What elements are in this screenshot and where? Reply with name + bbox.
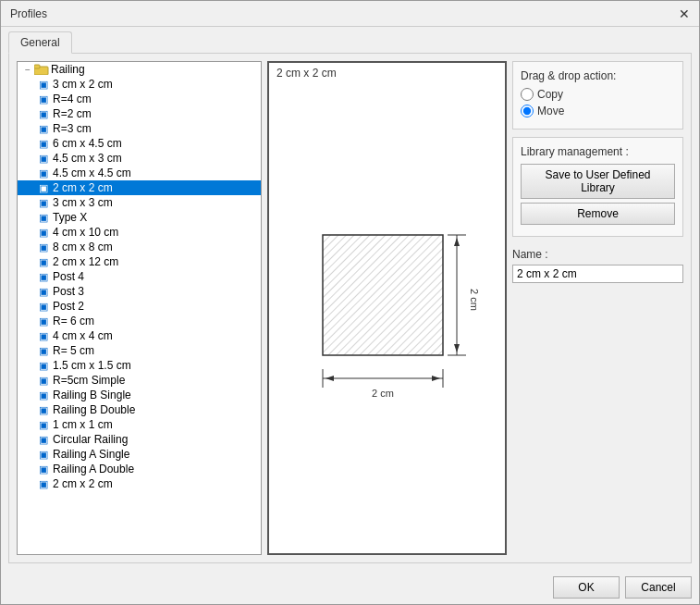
cancel-button[interactable]: Cancel <box>625 576 692 599</box>
list-item[interactable]: ▣ Railing B Double <box>18 402 261 417</box>
list-item[interactable]: ▣ 4.5 cm x 3 cm <box>18 151 261 166</box>
profile-icon: ▣ <box>36 93 51 105</box>
close-button[interactable]: ✕ <box>679 7 690 20</box>
tree-item-label: 8 cm x 8 cm <box>53 241 113 253</box>
list-item[interactable]: ▣ Post 2 <box>18 299 261 314</box>
tree-item-label: R=3 cm <box>53 122 92 135</box>
profile-icon: ▣ <box>36 107 51 120</box>
list-item[interactable]: ▣ Post 3 <box>18 284 261 299</box>
list-item[interactable]: ▣ 3 cm x 3 cm <box>18 195 261 210</box>
list-item[interactable]: ▣ 8 cm x 8 cm <box>18 240 261 254</box>
right-panel: Drag & drop action: Copy Move Library ma… <box>512 61 683 555</box>
svg-text:2 cm: 2 cm <box>469 289 480 311</box>
profile-icon: ▣ <box>36 374 51 387</box>
preview-panel: 2 cm x 2 cm <box>267 61 507 555</box>
tree-root-railing[interactable]: − Railing <box>18 62 261 77</box>
bottom-bar: OK Cancel <box>1 571 699 604</box>
copy-radio-row[interactable]: Copy <box>521 88 675 101</box>
list-item[interactable]: ▣ 4 cm x 10 cm <box>18 225 261 240</box>
profile-icon: ▣ <box>36 344 51 357</box>
profile-icon: ▣ <box>36 329 51 342</box>
profile-icon: ▣ <box>36 418 51 431</box>
profile-icon: ▣ <box>36 181 51 194</box>
profile-icon: ▣ <box>36 300 51 313</box>
move-label: Move <box>537 105 564 117</box>
list-item[interactable]: ▣ 1 cm x 1 cm <box>18 417 261 432</box>
list-item[interactable]: ▣ Railing A Double <box>18 462 261 476</box>
profile-icon: ▣ <box>36 78 51 91</box>
tree-item-label: R=2 cm <box>53 107 92 120</box>
save-to-library-button[interactable]: Save to User Defined Library <box>521 164 675 199</box>
tree-item-label: R=5cm Simple <box>53 374 125 387</box>
profile-icon: ▣ <box>36 211 51 224</box>
tree-item-label: 4 cm x 10 cm <box>53 226 118 239</box>
tree-item-label: Post 2 <box>53 300 84 313</box>
list-item[interactable]: ▣ R=4 cm <box>18 92 261 106</box>
list-item[interactable]: ▣ R=5cm Simple <box>18 373 261 388</box>
name-label: Name : <box>512 248 683 261</box>
svg-rect-1 <box>34 65 40 68</box>
list-item[interactable]: ▣ Railing A Single <box>18 447 261 462</box>
library-title: Library management : <box>521 145 675 158</box>
tree-item-label: 4.5 cm x 4.5 cm <box>53 167 131 179</box>
tree-item-label: 1 cm x 1 cm <box>53 418 113 431</box>
list-item[interactable]: ▣ 1.5 cm x 1.5 cm <box>18 358 261 373</box>
move-radio[interactable] <box>521 105 534 117</box>
profile-shape-container: 2 cm 2 cm <box>286 216 489 420</box>
move-radio-row[interactable]: Move <box>521 105 675 117</box>
profile-icon: ▣ <box>36 137 51 150</box>
profile-icon: ▣ <box>36 433 51 446</box>
tree-item-label: Post 3 <box>53 285 84 298</box>
list-item[interactable]: ▣ Post 4 <box>18 269 261 284</box>
svg-marker-7 <box>454 238 460 246</box>
tree-panel[interactable]: − Railing ▣ 3 cm x 2 cm ▣ <box>17 61 262 555</box>
list-item[interactable]: ▣ 2 cm x 2 cm <box>18 476 261 491</box>
list-item[interactable]: ▣ Railing B Single <box>18 388 261 402</box>
list-item[interactable]: ▣ R=3 cm <box>18 121 261 136</box>
tab-general[interactable]: General <box>8 31 72 54</box>
folder-icon <box>34 63 49 76</box>
tree-item-label: 6 cm x 4.5 cm <box>53 137 122 150</box>
list-item[interactable]: ▣ 2 cm x 12 cm <box>18 254 261 269</box>
svg-marker-13 <box>325 376 334 381</box>
list-item[interactable]: ▣ Type X <box>18 210 261 225</box>
list-item[interactable]: ▣ 4 cm x 4 cm <box>18 328 261 343</box>
profile-icon: ▣ <box>36 477 51 490</box>
tree-item-label: Railing B Single <box>53 389 131 401</box>
drag-drop-group: Drag & drop action: Copy Move <box>512 61 683 130</box>
tree-item-label: Post 4 <box>53 270 84 283</box>
profile-icon: ▣ <box>36 241 51 253</box>
ok-button[interactable]: OK <box>553 576 620 599</box>
list-item[interactable]: ▣ Circular Railing <box>18 432 261 447</box>
list-item-selected[interactable]: ▣ 2 cm x 2 cm <box>18 180 261 195</box>
remove-button[interactable]: Remove <box>521 203 675 225</box>
name-input[interactable] <box>512 265 683 283</box>
svg-marker-8 <box>454 344 460 352</box>
list-item[interactable]: ▣ R= 5 cm <box>18 343 261 358</box>
tree-item-label: 4 cm x 4 cm <box>53 329 113 342</box>
title-bar-text: Profiles <box>10 7 47 20</box>
tree-item-label: 3 cm x 3 cm <box>53 196 113 209</box>
list-item[interactable]: ▣ 6 cm x 4.5 cm <box>18 136 261 151</box>
profile-icon: ▣ <box>36 196 51 209</box>
tree-item-label: 2 cm x 2 cm <box>53 477 113 490</box>
list-item[interactable]: ▣ R=2 cm <box>18 106 261 121</box>
tree-item-label: Type X <box>53 211 87 224</box>
tree-item-label: Railing A Single <box>53 448 129 461</box>
expand-icon: − <box>21 63 34 76</box>
profile-icon: ▣ <box>36 255 51 268</box>
profile-icon: ▣ <box>36 315 51 327</box>
list-item[interactable]: ▣ R= 6 cm <box>18 314 261 328</box>
copy-radio[interactable] <box>521 88 534 101</box>
profile-icon: ▣ <box>36 152 51 165</box>
tree-item-label: 2 cm x 2 cm <box>53 181 113 194</box>
list-item[interactable]: ▣ 3 cm x 2 cm <box>18 77 261 92</box>
svg-marker-14 <box>432 376 440 381</box>
profile-icon: ▣ <box>36 167 51 179</box>
tree-root-label: Railing <box>51 63 85 76</box>
list-item[interactable]: ▣ 4.5 cm x 4.5 cm <box>18 166 261 180</box>
tree-item-label: 2 cm x 12 cm <box>53 255 118 268</box>
tree-item-label: Railing A Double <box>53 463 134 475</box>
preview-canvas: 2 cm 2 cm <box>269 83 505 553</box>
profile-icon: ▣ <box>36 389 51 401</box>
